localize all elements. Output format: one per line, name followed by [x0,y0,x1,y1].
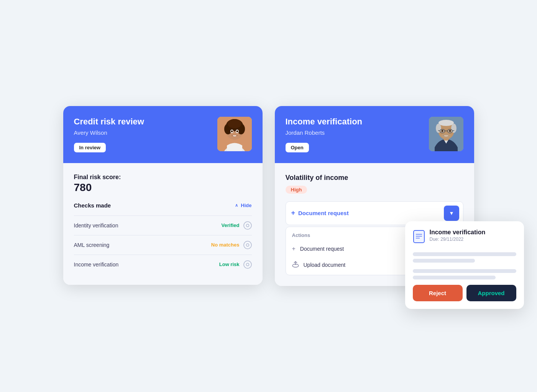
eye-icon-income[interactable] [243,260,252,269]
eye-icon-aml[interactable] [243,241,252,249]
card2-avatar [429,117,463,151]
float-card-title-group: Income verification Due: 29/11/2022 [430,229,486,242]
eye-icon-identity[interactable] [243,221,252,230]
skeleton-lines [413,252,516,279]
checks-title: Checks made [74,202,111,209]
card2-status-badge[interactable]: Open [286,143,309,152]
card1-subtitle: Avery Wilson [74,129,144,136]
svg-rect-34 [414,230,424,243]
check-label-aml: AML screening [74,242,110,248]
svg-point-16 [244,261,251,268]
action-upload-icon [292,261,299,269]
skeleton-line-1 [413,252,516,256]
check-row-income: Income verification Low risk [74,255,252,274]
svg-point-12 [244,222,251,229]
check-row-aml: AML screening No matches [74,235,252,255]
risk-score-label: Final risk score: [74,174,252,181]
checks-header: Checks made ∧ Hide [74,202,252,209]
chevron-down-icon: ▾ [450,209,453,217]
skeleton-line-3 [413,269,516,273]
float-card-title: Income verification [430,229,486,236]
check-row-identity: Identity verification Verified [74,216,252,235]
doc-request-left: + Document request [291,209,349,217]
svg-line-29 [452,131,454,131]
chevron-up-icon: ∧ [235,203,238,208]
action-plus-icon: + [292,245,296,252]
plus-icon: + [291,209,296,217]
credit-risk-card-header: Credit risk review Avery Wilson In revie… [63,106,263,163]
badge-verified: Verified [222,222,240,228]
svg-point-30 [441,130,443,132]
avatar-woman-svg [217,117,252,151]
page-container: Credit risk review Avery Wilson In revie… [33,83,505,309]
float-card-actions: Reject Approved [413,285,516,301]
dropdown-button[interactable]: ▾ [444,206,459,221]
income-verification-card: Income verification Jordan Roberts Open [275,106,474,286]
svg-point-11 [236,131,238,132]
svg-point-10 [231,131,233,132]
volatility-badge: High [286,186,307,194]
document-icon [413,230,425,246]
check-right-aml: No matches [211,241,252,249]
svg-point-15 [246,243,249,246]
badge-no-matches: No matches [211,242,240,248]
volatility-title: Volatility of income [286,174,463,182]
document-request-label: Document request [298,210,349,216]
action-document-request-label: Document request [300,246,344,252]
credit-risk-card: Credit risk review Avery Wilson In revie… [63,106,263,284]
svg-point-14 [244,241,251,249]
float-card-due: Due: 29/11/2022 [430,237,486,242]
card2-title: Income verification [286,117,363,127]
card1-header-info: Credit risk review Avery Wilson In revie… [74,117,144,152]
svg-point-22 [438,120,454,126]
check-label-income: Income verification [74,261,119,268]
hide-label: Hide [241,203,251,208]
svg-point-32 [442,134,451,138]
card1-status-badge[interactable]: In review [74,143,106,152]
skeleton-line-2 [413,259,475,263]
skeleton-line-4 [413,276,496,279]
badge-low-risk: Low risk [219,261,240,267]
action-upload-label: Upload document [304,262,346,268]
verification-float-card: Income verification Due: 29/11/2022 Reje… [405,221,524,309]
checks-list: Identity verification Verified AML scree… [74,216,252,274]
check-right-income: Low risk [219,260,252,269]
check-right-identity: Verified [222,221,252,230]
svg-point-31 [449,130,451,132]
card2-subtitle: Jordan Roberts [286,129,363,136]
card1-body: Final risk score: 780 Checks made ∧ Hide… [63,163,263,285]
svg-point-13 [246,224,249,227]
risk-score-value: 780 [74,181,252,194]
card2-header-info: Income verification Jordan Roberts Open [286,117,363,152]
svg-line-28 [438,131,440,131]
float-card-header: Income verification Due: 29/11/2022 [413,229,516,246]
hide-button[interactable]: ∧ Hide [235,203,251,208]
check-label-identity: Identity verification [74,222,118,229]
approved-button[interactable]: Approved [466,285,516,301]
card1-avatar [217,117,252,151]
card1-title: Credit risk review [74,117,144,127]
svg-point-7 [228,119,241,128]
reject-button[interactable]: Reject [413,285,463,301]
avatar-man-svg [429,117,463,151]
svg-point-17 [246,263,249,266]
card2-header: Income verification Jordan Roberts Open [275,106,474,163]
